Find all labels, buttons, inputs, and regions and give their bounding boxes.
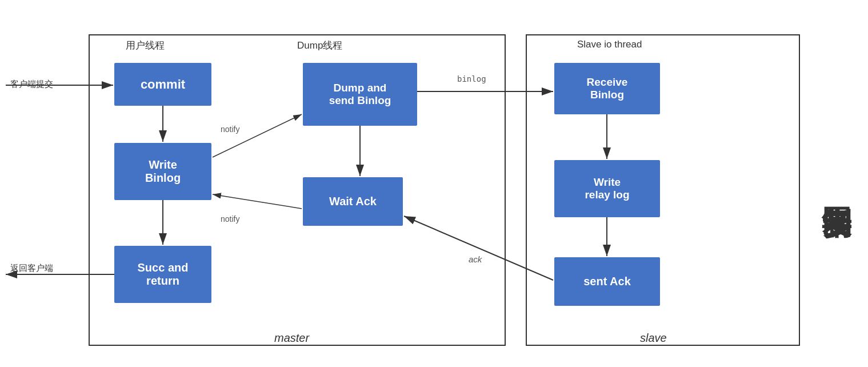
master-label: master (274, 332, 309, 345)
dump-send-box: Dump andsend Binlog (303, 63, 417, 126)
sent-ack-box: sent Ack (554, 257, 660, 306)
diagram: 用户线程 Dump线程 Slave io thread master slave… (0, 0, 868, 367)
commit-box: commit (114, 63, 211, 106)
slave-io-label: Slave io thread (577, 39, 642, 50)
client-submit-label: 客户端提交 (10, 79, 53, 90)
wait-ack-box: Wait Ack (303, 177, 403, 226)
return-client-label: 返回客户端 (10, 263, 53, 274)
user-thread-label: 用户线程 (126, 39, 165, 52)
write-binlog-box: WriteBinlog (114, 143, 211, 200)
succ-return-box: Succ andreturn (114, 246, 211, 303)
receive-binlog-box: ReceiveBinlog (554, 63, 660, 114)
notify2-label: notify (221, 214, 239, 224)
write-relay-box: Writerelay log (554, 160, 660, 217)
binlog-label: binlog (457, 74, 486, 83)
dump-thread-label: Dump线程 (297, 39, 342, 52)
slave-label: slave (640, 332, 667, 345)
notify1-label: notify (221, 125, 239, 134)
ack-label: ack (469, 254, 482, 264)
